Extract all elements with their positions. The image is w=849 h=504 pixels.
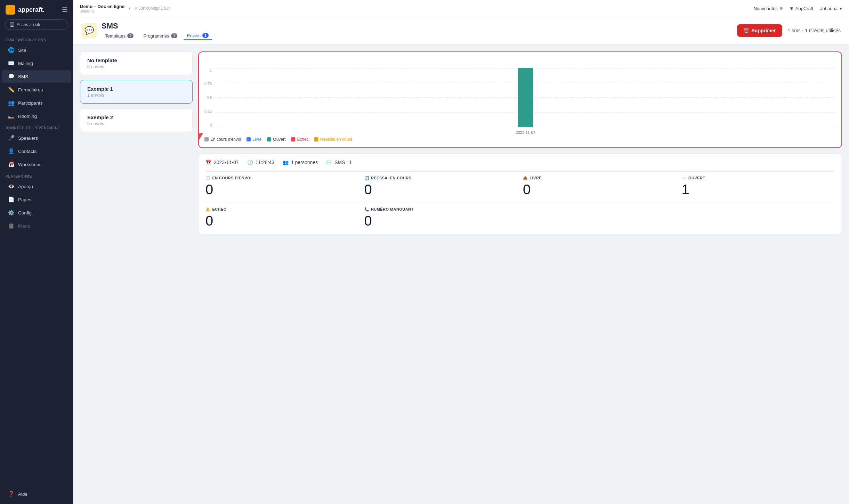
chart-x-label: 2023-11-07 bbox=[516, 130, 535, 135]
chart-bar-ouvert bbox=[518, 68, 533, 127]
crm-section-label: CRM / INSCRIPTIONS bbox=[0, 35, 73, 43]
sidebar-item-label: Aperçu bbox=[18, 184, 33, 189]
hamburger-button[interactable]: ☰ bbox=[62, 6, 67, 14]
sidebar-bottom: ❓ Aide bbox=[0, 487, 73, 504]
sidebar-logo-area: 🔶 appcraft. ☰ bbox=[0, 0, 73, 19]
stat-numero: 📞 NUMÉRO MANQUANT 0 bbox=[364, 207, 518, 228]
nouveautes-label: Nouveautés bbox=[753, 6, 777, 11]
sidebar-item-label: Config bbox=[18, 210, 32, 216]
sidebar-item-apercu[interactable]: 👁️ Aperçu bbox=[2, 180, 71, 193]
stat-ouvert-value: 1 bbox=[682, 182, 835, 197]
sidebar-item-label: SMS bbox=[18, 74, 28, 79]
legend-label-en-cours: En cours d'envoi bbox=[210, 137, 241, 142]
sms-icon-box: 💬 bbox=[81, 23, 97, 38]
templates-list: No template 0 envois Exemple 1 1 envois … bbox=[80, 51, 198, 497]
sidebar-item-formulaires[interactable]: ✏️ Formulaires bbox=[2, 83, 71, 96]
legend-en-cours: En cours d'envoi bbox=[204, 137, 241, 142]
project-sub: Johanna bbox=[80, 9, 124, 13]
tab-templates[interactable]: Templates 2 bbox=[102, 32, 137, 40]
sidebar-item-label: Mailing bbox=[18, 61, 33, 66]
grid-icon: ⊞ bbox=[790, 6, 793, 11]
sidebar-item-sms[interactable]: 💬 SMS bbox=[2, 70, 71, 83]
help-icon: ❓ bbox=[8, 491, 15, 497]
stat-livre: 📤 LIVRÉ 0 bbox=[523, 176, 676, 197]
calendar-icon: 📅 bbox=[205, 160, 211, 165]
sidebar-item-plans[interactable]: 📋 Plans bbox=[2, 220, 71, 232]
supprimer-button[interactable]: 🗑️ Supprimer bbox=[737, 24, 782, 37]
nouveautes-button[interactable]: Nouveautés bbox=[753, 6, 782, 11]
sidebar-item-mailing[interactable]: ✉️ Mailing bbox=[2, 57, 71, 70]
template-card-exemple2[interactable]: Exemple 2 0 envois bbox=[80, 108, 193, 132]
appcraft-menu[interactable]: ⊞ AppCraft bbox=[790, 6, 813, 11]
chevron-down-icon[interactable]: ▾ bbox=[129, 6, 131, 11]
stat-reessai-value: 0 bbox=[364, 182, 518, 197]
legend-label-livre: Livré bbox=[252, 137, 261, 142]
stats-grid-bottom: ⚠️ ECHEC 0 📞 NUMÉRO MANQUANT 0 bbox=[205, 207, 835, 228]
envelope-icon: ✉️ bbox=[326, 160, 332, 165]
refresh-icon: 🔄 bbox=[364, 176, 369, 180]
sms-right-panel: 1 0.75 0.5 0.25 0 bbox=[198, 51, 842, 497]
stats-time: 🕐 11:28:43 bbox=[247, 160, 275, 165]
monitor-icon: 🖥️ bbox=[9, 22, 15, 27]
user-menu[interactable]: Johanna ▾ bbox=[820, 6, 842, 11]
stats-sms: ✉️ SMS : 1 bbox=[326, 160, 352, 165]
stat-en-cours-label: 🕐 EN COURS D'ENVOI bbox=[205, 176, 359, 180]
tab-programmes[interactable]: Programmés 1 bbox=[140, 32, 181, 40]
sidebar-item-site[interactable]: 🌐 Site bbox=[2, 44, 71, 56]
tab-envois[interactable]: Envois 1 bbox=[184, 32, 212, 40]
sidebar-item-contacts[interactable]: 👤 Contacts bbox=[2, 145, 71, 157]
legend-label-reessai: Réessai en cours bbox=[320, 137, 353, 142]
sidebar-item-pages[interactable]: 📄 Pages bbox=[2, 193, 71, 206]
chart-area: 1 0.75 0.5 0.25 0 bbox=[204, 58, 836, 127]
status-dot bbox=[780, 7, 783, 10]
topbar: Demo – Doc en ligne Johanna ▾ # 53nX0Mbj… bbox=[73, 0, 849, 17]
template-sub: 0 envois bbox=[87, 121, 185, 126]
sms-bubble-icon: 💬 bbox=[84, 26, 94, 35]
open-envelope-icon: 📨 bbox=[682, 176, 687, 180]
legend-echec: Echec bbox=[291, 137, 308, 142]
sidebar-item-participants[interactable]: 👥 Participants bbox=[2, 97, 71, 109]
project-hash: # 53nX0MbjqlOo1h bbox=[135, 6, 171, 11]
sidebar-item-workshops[interactable]: 📅 Workshops bbox=[2, 158, 71, 171]
users-icon: 👥 bbox=[8, 100, 15, 106]
tab-programmes-badge: 1 bbox=[171, 33, 177, 38]
divider bbox=[205, 171, 835, 172]
sidebar: 🔶 appcraft. ☰ 🖥️ Accès au site CRM / INS… bbox=[0, 0, 73, 504]
gear-icon: ⚙️ bbox=[8, 210, 15, 216]
legend-dot-livre bbox=[246, 137, 251, 141]
stat-numero-label: 📞 NUMÉRO MANQUANT bbox=[364, 207, 518, 212]
legend-dot-reessai bbox=[314, 137, 318, 141]
sms-header-right: 🗑️ Supprimer 1 sms - 1 Crédits utilisés bbox=[737, 24, 841, 37]
sidebar-item-label: Pages bbox=[18, 197, 31, 202]
sidebar-item-label: Speakers bbox=[18, 136, 38, 141]
stat-numero-value: 0 bbox=[364, 213, 518, 228]
sidebar-item-rooming[interactable]: 🛏️ Rooming bbox=[2, 110, 71, 122]
sms-title-content: SMS Templates 2 Programmés 1 Envois 1 bbox=[102, 22, 212, 40]
eye-icon: 👁️ bbox=[8, 183, 15, 189]
access-site-button[interactable]: 🖥️ Accès au site bbox=[5, 19, 68, 30]
sidebar-item-speakers[interactable]: 🎤 Speakers bbox=[2, 132, 71, 144]
chart-legend: En cours d'envoi Livré Ouvert Echec bbox=[204, 137, 836, 142]
legend-reessai: Réessai en cours bbox=[314, 137, 353, 142]
sidebar-item-label: Participants bbox=[18, 100, 43, 106]
chart-card: 1 0.75 0.5 0.25 0 bbox=[198, 51, 842, 148]
sidebar-item-label: Plans bbox=[18, 223, 30, 229]
stat-echec: ⚠️ ECHEC 0 bbox=[205, 207, 359, 228]
appcraft-label: AppCraft bbox=[795, 6, 813, 11]
contact-icon: 👤 bbox=[8, 148, 15, 154]
template-card-no-template[interactable]: No template 0 envois bbox=[80, 51, 193, 75]
stats-personnes-value: 1 personnes bbox=[291, 160, 318, 165]
template-card-exemple1[interactable]: Exemple 1 1 envois bbox=[80, 80, 193, 104]
sidebar-item-config[interactable]: ⚙️ Config bbox=[2, 206, 71, 219]
stat-livre-label: 📤 LIVRÉ bbox=[523, 176, 676, 180]
sidebar-item-aide[interactable]: ❓ Aide bbox=[2, 488, 71, 500]
tab-templates-label: Templates bbox=[105, 33, 126, 39]
template-title: Exemple 2 bbox=[87, 114, 185, 120]
chart-bar-group bbox=[518, 68, 533, 127]
sidebar-item-label: Aide bbox=[18, 491, 27, 497]
donnees-section-label: DONNÉES DE L'ÉVÉNEMENT bbox=[0, 123, 73, 131]
pencil-icon: ✏️ bbox=[8, 87, 15, 93]
stats-card: 📅 2023-11-07 🕐 11:28:43 👥 1 personnes ✉️… bbox=[198, 154, 842, 234]
send-icon: 📤 bbox=[523, 176, 528, 180]
stat-echec-value: 0 bbox=[205, 213, 359, 228]
